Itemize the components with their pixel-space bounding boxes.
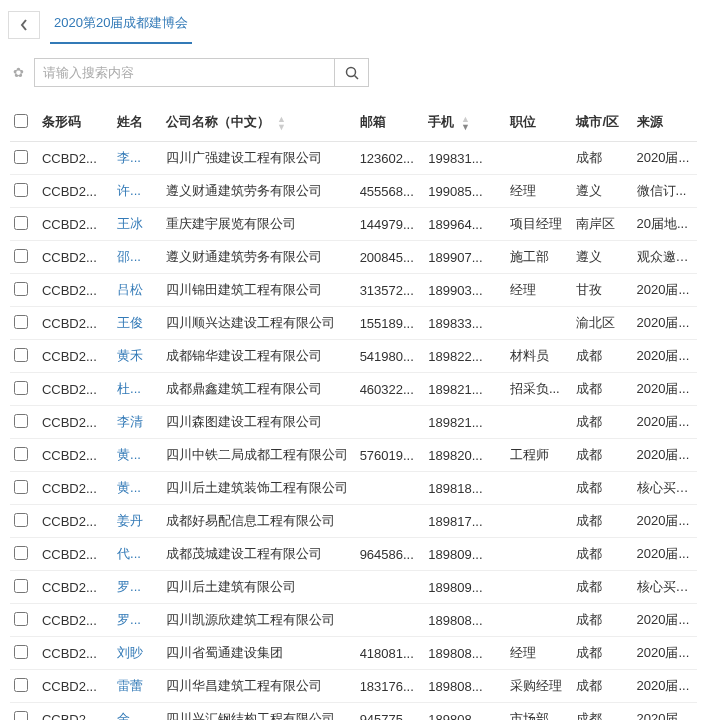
cell-source: 2020届... — [633, 142, 697, 175]
cell-name[interactable]: 黄... — [113, 439, 162, 472]
row-checkbox[interactable] — [14, 348, 28, 362]
cell-name[interactable]: 黄禾 — [113, 340, 162, 373]
cell-position: 招采负... — [506, 373, 573, 406]
cell-name[interactable]: 代... — [113, 538, 162, 571]
cell-city: 甘孜 — [572, 274, 632, 307]
row-checkbox[interactable] — [14, 612, 28, 626]
row-checkbox[interactable] — [14, 381, 28, 395]
cell-company: 四川兴汇钢结构工程有限公司 — [162, 703, 355, 721]
row-checkbox[interactable] — [14, 546, 28, 560]
cell-name[interactable]: 王俊 — [113, 307, 162, 340]
cell-name[interactable]: 刘眇 — [113, 637, 162, 670]
cell-name[interactable]: 许... — [113, 175, 162, 208]
row-checkbox[interactable] — [14, 150, 28, 164]
tab-event[interactable]: 2020第20届成都建博会 — [50, 6, 192, 44]
column-header-phone[interactable]: 手机 ▲▼ — [424, 103, 506, 142]
row-checkbox[interactable] — [14, 480, 28, 494]
sort-icon: ▲▼ — [461, 115, 470, 131]
select-all-checkbox[interactable] — [14, 114, 28, 128]
column-header-email[interactable]: 邮箱 — [356, 103, 425, 142]
table-row[interactable]: CCBD2...邵...遵义财通建筑劳务有限公司200845...189907.… — [10, 241, 697, 274]
cell-source: 2020届... — [633, 538, 697, 571]
table-row[interactable]: CCBD2...王俊四川顺兴达建设工程有限公司155189...189833..… — [10, 307, 697, 340]
cell-company: 四川锦田建筑工程有限公司 — [162, 274, 355, 307]
column-header-phone-label: 手机 — [428, 114, 454, 129]
cell-company: 四川凯源欣建筑工程有限公司 — [162, 604, 355, 637]
cell-name[interactable]: 王冰 — [113, 208, 162, 241]
cell-company: 成都好易配信息工程有限公司 — [162, 505, 355, 538]
cell-city: 南岸区 — [572, 208, 632, 241]
table-row[interactable]: CCBD2...李...四川广强建设工程有限公司123602...199831.… — [10, 142, 697, 175]
cell-position — [506, 142, 573, 175]
cell-name[interactable]: 李清 — [113, 406, 162, 439]
cell-name[interactable]: 杜... — [113, 373, 162, 406]
cell-city: 遵义 — [572, 175, 632, 208]
row-checkbox[interactable] — [14, 249, 28, 263]
cell-barcode: CCBD2... — [38, 373, 113, 406]
table-row[interactable]: CCBD2...罗...四川凯源欣建筑工程有限公司189808...成都2020… — [10, 604, 697, 637]
row-checkbox[interactable] — [14, 282, 28, 296]
cell-email — [356, 571, 425, 604]
row-checkbox[interactable] — [14, 711, 28, 721]
row-checkbox[interactable] — [14, 315, 28, 329]
row-checkbox[interactable] — [14, 645, 28, 659]
row-checkbox[interactable] — [14, 678, 28, 692]
table-row[interactable]: CCBD2...罗...四川后土建筑有限公司189809...成都核心买家... — [10, 571, 697, 604]
table-row[interactable]: CCBD2...刘眇四川省蜀通建设集团418081...189808...经理成… — [10, 637, 697, 670]
column-header-source[interactable]: 来源 — [633, 103, 697, 142]
cell-company: 四川后土建筑有限公司 — [162, 571, 355, 604]
row-checkbox[interactable] — [14, 579, 28, 593]
cell-barcode: CCBD2... — [38, 307, 113, 340]
table-row[interactable]: CCBD2...王冰重庆建宇展览有限公司144979...189964...项目… — [10, 208, 697, 241]
back-button[interactable] — [8, 11, 40, 39]
cell-company: 四川中铁二局成都工程有限公司 — [162, 439, 355, 472]
cell-name[interactable]: 罗... — [113, 604, 162, 637]
cell-name[interactable]: 罗... — [113, 571, 162, 604]
table-row[interactable]: CCBD2...姜丹成都好易配信息工程有限公司189817...成都2020届.… — [10, 505, 697, 538]
cell-name[interactable]: 金... — [113, 703, 162, 721]
cell-name[interactable]: 吕松 — [113, 274, 162, 307]
cell-company: 四川省蜀通建设集团 — [162, 637, 355, 670]
chevron-left-icon — [19, 18, 29, 32]
cell-name[interactable]: 雷蕾 — [113, 670, 162, 703]
cell-email: 455568... — [356, 175, 425, 208]
search-input[interactable] — [35, 59, 334, 86]
row-checkbox[interactable] — [14, 414, 28, 428]
cell-phone: 189808... — [424, 604, 506, 637]
cell-name[interactable]: 李... — [113, 142, 162, 175]
table-row[interactable]: CCBD2...许...遵义财通建筑劳务有限公司455568...199085.… — [10, 175, 697, 208]
row-checkbox[interactable] — [14, 447, 28, 461]
cell-city: 成都 — [572, 439, 632, 472]
row-checkbox[interactable] — [14, 216, 28, 230]
column-header-city[interactable]: 城市/区 — [572, 103, 632, 142]
row-checkbox[interactable] — [14, 513, 28, 527]
table-row[interactable]: CCBD2...黄禾成都锦华建设工程有限公司541980...189822...… — [10, 340, 697, 373]
table-row[interactable]: CCBD2...代...成都茂城建设工程有限公司964586...189809.… — [10, 538, 697, 571]
column-header-company[interactable]: 公司名称（中文） ▲▼ — [162, 103, 355, 142]
cell-name[interactable]: 黄... — [113, 472, 162, 505]
table-row[interactable]: CCBD2...黄...四川中铁二局成都工程有限公司576019...18982… — [10, 439, 697, 472]
table-row[interactable]: CCBD2...雷蕾四川华昌建筑工程有限公司183176...189808...… — [10, 670, 697, 703]
cell-company: 重庆建宇展览有限公司 — [162, 208, 355, 241]
cell-source: 2020届... — [633, 373, 697, 406]
table-row[interactable]: CCBD2...吕松四川锦田建筑工程有限公司313572...189903...… — [10, 274, 697, 307]
row-checkbox[interactable] — [14, 183, 28, 197]
cell-email: 144979... — [356, 208, 425, 241]
cell-name[interactable]: 邵... — [113, 241, 162, 274]
cell-email: 155189... — [356, 307, 425, 340]
cell-email — [356, 406, 425, 439]
cell-city: 遵义 — [572, 241, 632, 274]
column-header-position[interactable]: 职位 — [506, 103, 573, 142]
cell-barcode: CCBD2... — [38, 406, 113, 439]
table-row[interactable]: CCBD2...杜...成都鼎鑫建筑工程有限公司460322...189821.… — [10, 373, 697, 406]
column-header-barcode[interactable]: 条形码 — [38, 103, 113, 142]
cell-phone: 189903... — [424, 274, 506, 307]
table-row[interactable]: CCBD2...金...四川兴汇钢结构工程有限公司945775...189808… — [10, 703, 697, 721]
table-row[interactable]: CCBD2...李清四川森图建设工程有限公司189821...成都2020届..… — [10, 406, 697, 439]
gear-icon[interactable]: ✿ — [10, 65, 26, 80]
cell-name[interactable]: 姜丹 — [113, 505, 162, 538]
table-row[interactable]: CCBD2...黄...四川后土建筑装饰工程有限公司189818...成都核心买… — [10, 472, 697, 505]
column-header-name[interactable]: 姓名 — [113, 103, 162, 142]
search-button[interactable] — [334, 59, 368, 86]
cell-email — [356, 472, 425, 505]
